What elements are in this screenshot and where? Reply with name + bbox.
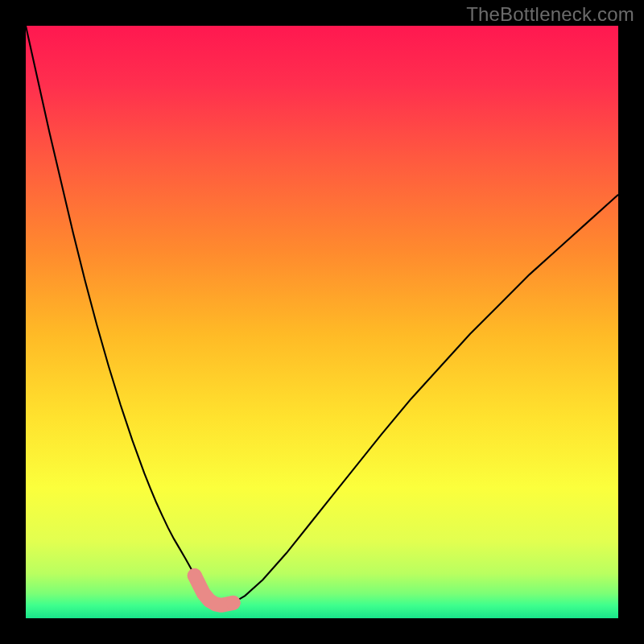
- highlight-dot-left: [188, 568, 202, 583]
- chart-stage: TheBottleneck.com: [0, 0, 644, 644]
- highlight-dot-right: [226, 596, 241, 610]
- plot-area: [26, 26, 618, 618]
- watermark-text: TheBottleneck.com: [466, 3, 634, 26]
- bottleneck-chart: [0, 0, 644, 644]
